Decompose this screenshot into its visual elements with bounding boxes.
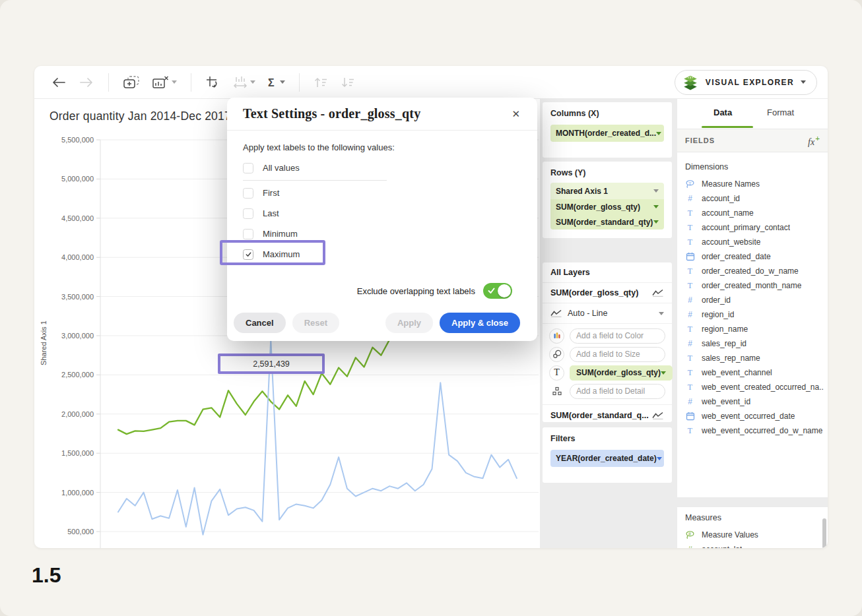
row-field-pill[interactable]: SUM(order_standard_qty) bbox=[550, 214, 664, 230]
field-list-item[interactable]: web_event_occurred_date bbox=[685, 409, 824, 423]
field-list-item[interactable]: # web_event_id bbox=[685, 394, 824, 409]
field-list-item[interactable]: T web_event_created_occurred_na... bbox=[685, 380, 824, 394]
field-list-item[interactable]: T order_created_do_w_name bbox=[685, 264, 824, 278]
svg-text:5,000,000: 5,000,000 bbox=[61, 175, 94, 183]
exclude-overlap-toggle[interactable] bbox=[483, 283, 512, 299]
badge-label: VISUAL EXPLORER bbox=[706, 78, 794, 87]
scrollbar[interactable] bbox=[822, 518, 826, 548]
text-icon: T bbox=[685, 325, 695, 333]
bar-width-button[interactable] bbox=[232, 75, 255, 90]
measures-title: Measures bbox=[685, 513, 721, 522]
mark-type-value: Auto - Line bbox=[568, 309, 607, 318]
columns-title: Columns (X) bbox=[550, 109, 664, 118]
apply-close-button[interactable]: Apply & close bbox=[440, 313, 520, 333]
chart-title: Order quantity Jan 2014-Dec 2017 bbox=[50, 109, 231, 123]
sort-descending-button[interactable] bbox=[341, 77, 356, 88]
svg-text:2,500,000: 2,500,000 bbox=[61, 371, 94, 379]
svg-text:3,000,000: 3,000,000 bbox=[61, 332, 94, 340]
toggle-label: Exclude overlapping text labels bbox=[357, 286, 475, 296]
cancel-button[interactable]: Cancel bbox=[234, 313, 286, 333]
tab-data[interactable]: Data bbox=[713, 108, 732, 117]
reset-button[interactable]: Reset bbox=[292, 313, 339, 333]
apply-button[interactable]: Apply bbox=[385, 313, 433, 333]
close-icon[interactable]: ✕ bbox=[510, 107, 521, 121]
toolbar-divider bbox=[299, 73, 300, 92]
label-option-checkbox[interactable]: Last bbox=[243, 203, 521, 224]
layers-title-row: All Layers bbox=[543, 262, 672, 283]
duplicate-visualization-button[interactable] bbox=[123, 75, 140, 90]
field-list-item[interactable]: order_created_date bbox=[685, 249, 824, 264]
field-list-item[interactable]: T account_name bbox=[685, 206, 824, 220]
layer-standard-row[interactable]: SUM(order_standard_q... bbox=[543, 405, 672, 425]
filter-field-pill[interactable]: YEAR(order_created_date) bbox=[550, 450, 664, 467]
panel-divider bbox=[677, 497, 828, 507]
field-list-item[interactable]: T web_event_channel bbox=[685, 365, 824, 380]
shared-axis-header[interactable]: Shared Axis 1 bbox=[550, 183, 664, 199]
field-list-item[interactable]: T account_website bbox=[685, 235, 824, 249]
label-option-checkbox[interactable]: All values bbox=[243, 158, 521, 178]
field-list-item[interactable]: T sales_rep_name bbox=[685, 351, 824, 365]
text-icon: T bbox=[685, 383, 695, 391]
field-list-item[interactable]: T account_primary_contact bbox=[685, 220, 824, 235]
swap-axes-icon bbox=[205, 75, 220, 90]
text-label-icon: T bbox=[554, 368, 560, 377]
encoding-field-row[interactable]: Add a field to Color bbox=[549, 328, 665, 344]
arrow-right-icon bbox=[79, 76, 94, 89]
arrow-left-icon bbox=[51, 76, 67, 89]
field-list-item[interactable]: # region_id bbox=[685, 307, 824, 322]
svg-text:4,500,000: 4,500,000 bbox=[61, 214, 94, 222]
add-formula-button[interactable]: fx+ bbox=[808, 134, 820, 148]
swap-axes-button[interactable] bbox=[205, 75, 220, 90]
color-icon bbox=[552, 331, 562, 340]
chevron-down-icon bbox=[250, 80, 255, 84]
hash-icon: # bbox=[685, 340, 695, 348]
field-list-item[interactable]: T order_created_month_name bbox=[685, 278, 824, 293]
chevron-down-icon bbox=[659, 312, 664, 315]
svg-text:5,500,000: 5,500,000 bbox=[61, 136, 94, 144]
column-field-pill[interactable]: MONTH(order_created_d... bbox=[550, 125, 664, 142]
step-number: 1.5 bbox=[32, 563, 61, 588]
row-field-pill[interactable]: SUM(order_gloss_qty) bbox=[550, 199, 664, 214]
field-list-item[interactable]: T web_event_occurred_do_w_name bbox=[685, 423, 824, 438]
encoding-field-row[interactable]: T SUM(order_gloss_qty) bbox=[549, 365, 665, 381]
line-chart-icon bbox=[652, 412, 664, 419]
encoding-field-row[interactable]: Add a field to Detail bbox=[549, 383, 665, 399]
field-list-item[interactable]: # Measure Values bbox=[685, 528, 824, 542]
visual-explorer-logo-icon bbox=[682, 74, 699, 91]
label-option-checkbox[interactable]: Minimum bbox=[243, 224, 521, 244]
back-button[interactable] bbox=[51, 76, 67, 89]
tab-format[interactable]: Format bbox=[767, 108, 794, 117]
svg-text:500,000: 500,000 bbox=[67, 528, 94, 536]
field-list-item[interactable]: # order_id bbox=[685, 293, 824, 307]
chevron-down-icon bbox=[172, 80, 177, 84]
label-option-checkbox[interactable]: Maximum bbox=[243, 244, 521, 264]
field-list-item[interactable]: # account_id bbox=[685, 191, 824, 206]
checkbox-icon bbox=[243, 163, 253, 173]
forward-button[interactable] bbox=[79, 76, 94, 89]
encoding-field-row[interactable]: Add a field to Size bbox=[549, 346, 665, 362]
chevron-down-icon bbox=[801, 80, 806, 84]
max-value-label: 2,591,439 bbox=[253, 359, 290, 369]
field-list-item[interactable]: # account_lat bbox=[685, 542, 824, 548]
options-divider bbox=[243, 180, 387, 181]
sort-ascending-icon bbox=[314, 77, 329, 88]
y-axis-label: Shared Axis 1 bbox=[40, 321, 48, 365]
line-chart-icon bbox=[550, 309, 562, 317]
svg-text:#: # bbox=[688, 532, 691, 536]
remove-visualization-button[interactable] bbox=[152, 75, 177, 90]
text-icon: T bbox=[685, 209, 695, 217]
visual-explorer-badge[interactable]: VISUAL EXPLORER bbox=[675, 70, 817, 95]
svg-text:T: T bbox=[688, 180, 692, 185]
field-list-item[interactable]: T Measure Names bbox=[685, 177, 824, 191]
field-list-item[interactable]: # sales_rep_id bbox=[685, 336, 824, 351]
mark-type-selector[interactable]: Auto - Line bbox=[543, 303, 672, 324]
sort-ascending-button[interactable] bbox=[314, 77, 329, 88]
field-list-item[interactable]: T region_name bbox=[685, 322, 824, 336]
duplicate-chart-icon bbox=[123, 75, 140, 90]
text-icon: T bbox=[685, 427, 695, 435]
label-option-checkbox[interactable]: First bbox=[243, 183, 521, 203]
measure-values-icon: # bbox=[685, 530, 695, 540]
layer-gloss-row[interactable]: SUM(order_gloss_qty) bbox=[543, 283, 672, 303]
checkbox-icon bbox=[243, 249, 253, 260]
aggregate-button[interactable]: Σ bbox=[267, 77, 285, 88]
